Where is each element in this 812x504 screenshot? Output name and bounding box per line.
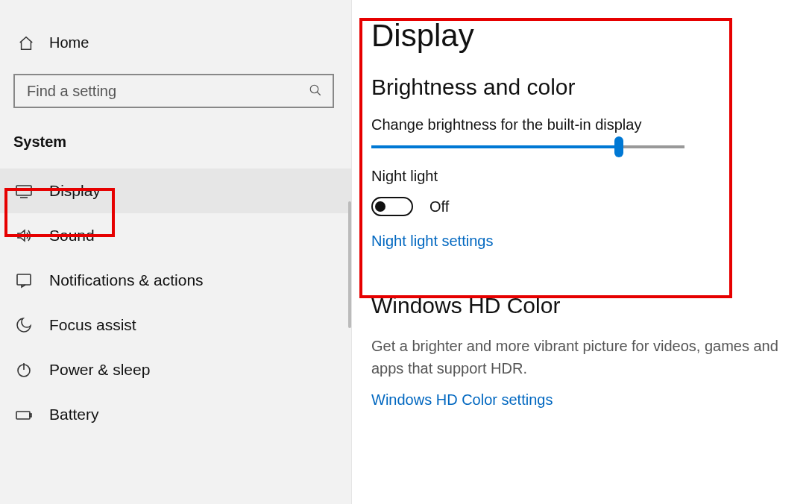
main-content: Display Brightness and color Change brig… xyxy=(352,0,812,504)
sidebar-section-title: System xyxy=(0,108,351,161)
sidebar-item-label: Battery xyxy=(49,406,99,423)
brightness-slider[interactable] xyxy=(371,145,812,148)
search-input[interactable] xyxy=(25,82,309,101)
home-label: Home xyxy=(49,34,89,51)
toggle-knob xyxy=(375,201,385,212)
svg-rect-8 xyxy=(30,414,31,417)
page-title: Display xyxy=(371,18,812,54)
hd-color-description: Get a brighter and more vibrant picture … xyxy=(371,335,804,379)
home-nav[interactable]: Home xyxy=(0,25,351,60)
sidebar-item-sound[interactable]: Sound xyxy=(0,213,351,258)
night-light-label: Night light xyxy=(371,168,812,185)
svg-rect-4 xyxy=(17,274,31,285)
svg-point-0 xyxy=(310,85,318,93)
highlight-box-main xyxy=(359,18,732,298)
slider-thumb[interactable] xyxy=(614,136,623,157)
sidebar-item-label: Sound xyxy=(49,227,95,245)
sidebar-scrollbar[interactable] xyxy=(348,201,351,328)
sidebar-item-battery[interactable]: Battery xyxy=(0,392,351,437)
hd-color-settings-link[interactable]: Windows HD Color settings xyxy=(371,391,553,409)
svg-line-1 xyxy=(317,92,321,95)
nav-list: Display Sound xyxy=(0,161,351,437)
sidebar-item-display[interactable]: Display xyxy=(0,168,351,213)
sidebar: Home System Display xyxy=(0,0,352,504)
sound-icon xyxy=(15,227,33,245)
section-brightness-color: Brightness and color xyxy=(371,75,812,100)
notifications-icon xyxy=(15,271,33,289)
battery-icon xyxy=(15,406,33,423)
sidebar-item-notifications[interactable]: Notifications & actions xyxy=(0,258,351,303)
search-icon xyxy=(309,84,324,98)
focus-assist-icon xyxy=(15,316,33,334)
svg-rect-2 xyxy=(16,186,31,195)
svg-rect-7 xyxy=(16,412,30,419)
sidebar-item-label: Focus assist xyxy=(49,316,136,334)
sidebar-item-label: Power & sleep xyxy=(49,361,150,379)
night-light-state: Off xyxy=(429,198,449,215)
night-light-toggle[interactable] xyxy=(371,197,413,216)
sidebar-item-focus-assist[interactable]: Focus assist xyxy=(0,303,351,347)
sidebar-item-label: Notifications & actions xyxy=(49,271,204,289)
home-icon xyxy=(18,35,34,51)
display-icon xyxy=(15,182,33,200)
search-box[interactable] xyxy=(13,74,334,108)
brightness-label: Change brightness for the built-in displ… xyxy=(371,116,812,133)
night-light-settings-link[interactable]: Night light settings xyxy=(371,233,493,250)
sidebar-item-power-sleep[interactable]: Power & sleep xyxy=(0,347,351,392)
power-icon xyxy=(15,361,33,379)
sidebar-item-label: Display xyxy=(49,182,101,200)
section-windows-hd-color: Windows HD Color xyxy=(371,293,812,318)
